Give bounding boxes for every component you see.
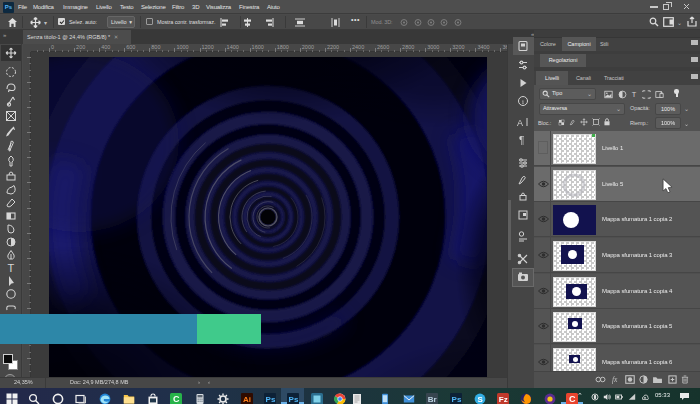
- svg-text:i: i: [522, 98, 524, 106]
- svg-text:Ps: Ps: [265, 395, 275, 404]
- svg-text:¶: ¶: [519, 135, 524, 146]
- svg-text:Ps: Ps: [288, 395, 298, 404]
- svg-text:C: C: [569, 394, 576, 404]
- svg-text:A: A: [517, 118, 523, 128]
- svg-text:C: C: [173, 394, 180, 404]
- svg-text:T: T: [632, 90, 637, 99]
- svg-text:Fz: Fz: [498, 395, 507, 404]
- svg-text:Ai: Ai: [243, 395, 251, 404]
- svg-text:T: T: [8, 262, 15, 274]
- svg-text:Br: Br: [428, 395, 437, 404]
- svg-text:S: S: [477, 395, 483, 404]
- svg-text:Ps: Ps: [452, 395, 462, 404]
